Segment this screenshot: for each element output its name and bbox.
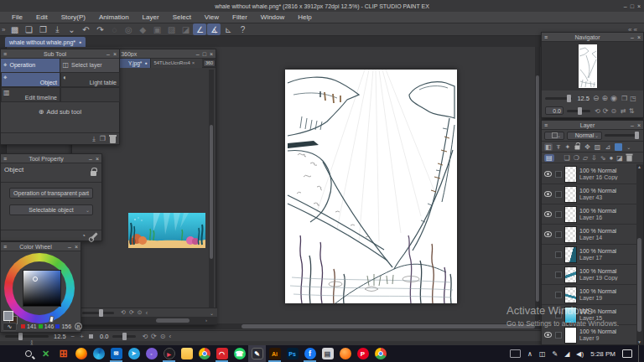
color-wheel-close-icon[interactable]: × (75, 244, 78, 250)
fit-canvas-icon[interactable] (89, 334, 93, 339)
taskbar-app-photoshop[interactable]: Ps (283, 345, 301, 362)
zoom-in-button[interactable]: + (80, 333, 84, 340)
ref-zoom-dropdown[interactable]: 360 (203, 59, 216, 67)
layer-panel-minimize-icon[interactable]: – (631, 122, 634, 128)
tab-operation[interactable]: ⌖ Operation (1, 59, 60, 72)
reset-rotation-icon[interactable]: ⊙ (610, 107, 616, 115)
lock-transparent-pixels-icon[interactable]: ✥ (584, 143, 590, 151)
reset-view-icon[interactable]: ⊙ (160, 333, 166, 340)
apply-mask-icon[interactable]: ◪ (616, 154, 623, 162)
taskbar-app-red[interactable]: ◠ (213, 345, 231, 362)
layer-thumbnail[interactable] (564, 186, 577, 203)
maximize-window-icon[interactable]: □ (631, 3, 634, 9)
canvas-artwork[interactable] (285, 70, 457, 303)
transparent-part-dropdown[interactable]: Operation of transparent part ⌄ (9, 188, 93, 199)
help-icon[interactable]: ? (236, 23, 249, 35)
reference-layer-icon[interactable]: Ŧ (557, 143, 561, 151)
delete-sub-tool-icon[interactable] (110, 137, 116, 143)
taskbar-app-purple[interactable]: ◦ (143, 345, 160, 362)
layer-row[interactable]: 100 % Normal Layer 14 (542, 225, 636, 245)
ref-reset-rotation-icon[interactable]: ⊙ (138, 309, 143, 316)
close-window-icon[interactable]: × (637, 3, 641, 9)
new-folder-icon[interactable]: ▱ (583, 154, 588, 162)
subtool-item-edit-timeline[interactable]: ▥ Edit timeline (1, 87, 60, 102)
tab-select-layer[interactable]: ◫ Select layer (60, 59, 120, 72)
actual-size-icon[interactable]: ◳ (630, 95, 636, 102)
canvas-vertical-scrollbar[interactable] (535, 47, 540, 323)
navigator-close-icon[interactable]: × (637, 34, 641, 40)
duplicate-sub-tool-icon[interactable]: ❐ (100, 135, 106, 142)
subtool-item-light-table[interactable]: ◐ Light table (60, 72, 120, 87)
taskbar-app-office[interactable]: ⊞ (55, 345, 72, 362)
layer-checkbox[interactable] (555, 332, 562, 339)
stroke-style-icon[interactable]: ∿ (3, 323, 17, 331)
taskbar-app-edge[interactable] (90, 345, 107, 362)
sub-tool-close-icon[interactable]: × (113, 51, 117, 57)
layer-visibility-eye-icon[interactable] (544, 191, 552, 197)
import-sub-tool-icon[interactable]: ⤓ (92, 135, 96, 143)
flip-horizontal-icon[interactable]: ⇄ (621, 107, 626, 115)
create-mask-icon[interactable]: ● (609, 154, 613, 162)
rotate-cw-icon[interactable]: ⟳ (151, 333, 157, 340)
ref-tab2-close-icon[interactable]: × (192, 60, 195, 65)
minimize-window-icon[interactable]: – (624, 3, 627, 9)
ref-rotate-ccw-icon[interactable]: ⟲ (121, 309, 126, 316)
tool-property-minimize-icon[interactable]: – (89, 156, 92, 162)
menu-item[interactable]: Layer (136, 13, 166, 21)
taskbar-app-illustrator[interactable]: Ai (266, 345, 283, 362)
rotate-cw-icon[interactable]: ⟳ (603, 107, 609, 115)
menu-item[interactable]: Story(P) (55, 13, 92, 21)
flip-view-icon[interactable]: ‹ (169, 333, 172, 340)
show-all-properties-icon[interactable]: ◔ (81, 232, 86, 240)
ref-zoom-slider[interactable] (82, 312, 114, 314)
ref-vertical-scrollbar[interactable] (209, 70, 214, 309)
language-bar-icon[interactable] (510, 349, 521, 358)
taskbar-app-gray-doc[interactable]: ▤ (319, 345, 336, 362)
redo-icon[interactable]: ↷ (93, 23, 106, 35)
navigator-rotation-field[interactable]: 0.0 (545, 106, 564, 115)
new-file-icon[interactable]: ❏ (22, 23, 35, 35)
taskbar-app-firefox[interactable] (72, 345, 90, 362)
sub-tool-minimize-icon[interactable]: – (106, 51, 110, 57)
taskbar-app-media-player[interactable]: ▶ (160, 345, 178, 362)
saturation-value-square[interactable] (23, 270, 61, 307)
menu-item[interactable]: File (5, 13, 29, 21)
draft-layer-icon[interactable]: ✦ (564, 143, 570, 151)
scroll-up-icon[interactable]: ▲ (637, 164, 641, 169)
navigator-preview-area[interactable] (542, 42, 643, 90)
taskbar-app-telegram[interactable]: ➤ (125, 345, 143, 362)
select-area-icon[interactable]: ◌ (107, 23, 121, 35)
layer-checkbox[interactable] (555, 191, 562, 198)
delete-layer-icon[interactable] (626, 155, 631, 161)
reference-image[interactable] (128, 213, 205, 248)
taskbar-app-orange[interactable] (336, 345, 354, 362)
layer-row[interactable]: 100 % Normal Layer 9 (542, 325, 636, 345)
menu-item[interactable]: Window (254, 13, 291, 21)
fit-to-screen-icon[interactable]: ◉ (610, 94, 617, 102)
taskbar-app-chrome-2[interactable] (371, 345, 389, 362)
mesh-transform-icon[interactable]: ◪ (179, 23, 192, 35)
layer-checkbox[interactable] (555, 292, 562, 298)
taskbar-app-file-explorer[interactable] (178, 345, 195, 362)
snap-special-ruler-icon[interactable]: ∡ (207, 23, 221, 35)
save-export-icon[interactable]: ⤓ (50, 23, 64, 35)
lock-layer-icon[interactable] (575, 145, 580, 149)
layer-visibility-eye-icon[interactable] (544, 211, 552, 217)
layer-row[interactable]: 100 % Normal Layer 19 Copy (542, 265, 636, 285)
layer-thumbnail[interactable] (564, 246, 577, 263)
open-file-icon[interactable]: ❐ (36, 23, 49, 35)
taskbar-app-clip-studio-paint[interactable]: ✎ (248, 345, 266, 362)
layer-checkbox[interactable] (555, 211, 562, 218)
menu-item[interactable]: View (198, 13, 226, 21)
invert-selection-icon[interactable]: ◆ (136, 23, 149, 35)
start-button[interactable] (2, 345, 19, 362)
layer-visibility-eye-icon[interactable] (544, 171, 552, 177)
layer-row[interactable]: 100 % Normal Layer 16 (542, 204, 636, 225)
layer-thumbnail[interactable] (564, 327, 577, 344)
layer-visibility-eye-icon[interactable] (544, 332, 552, 338)
taskbar-app-mail[interactable]: ✉ (107, 345, 125, 362)
layer-row[interactable]: 100 % Normal Layer 19 (542, 285, 636, 305)
layer-color-icon[interactable] (615, 143, 622, 151)
ref-flip-icon[interactable]: ‹ (146, 310, 148, 316)
combine-to-lower-layer-icon[interactable]: ⇘ (600, 154, 606, 162)
